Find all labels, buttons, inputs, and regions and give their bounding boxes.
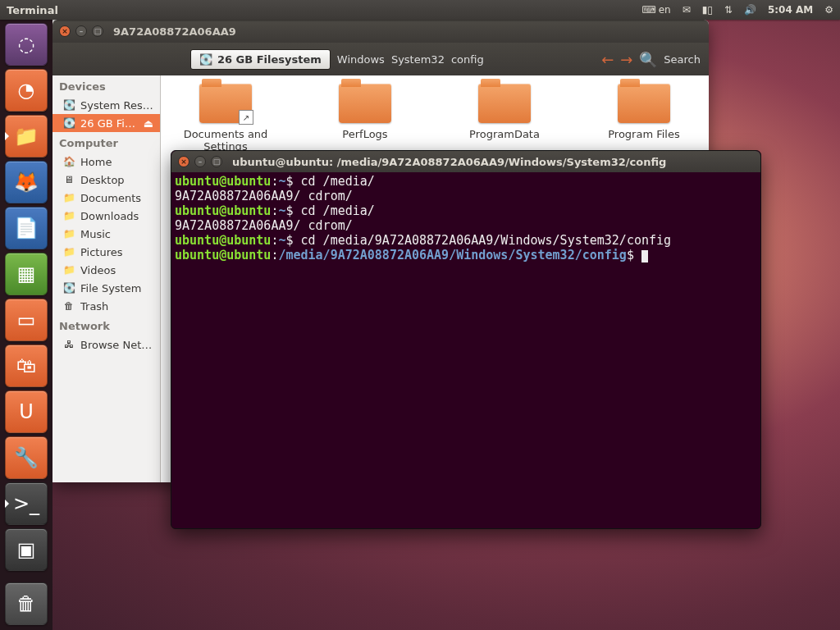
folder-icon <box>199 84 252 123</box>
window-minimize-icon[interactable]: – <box>194 156 206 167</box>
launcher-calc[interactable]: ▦ <box>5 253 48 295</box>
indicator-area: ⌨ en ✉ ▮▯ ⇅ 🔊 5:04 AM ⚙ <box>641 4 840 16</box>
place-icon: 📁 <box>62 191 75 204</box>
launcher-trash[interactable]: 🗑 <box>5 582 48 625</box>
sidebar-item[interactable]: 🖥Desktop <box>52 171 160 189</box>
place-icon: 📁 <box>62 245 75 258</box>
launcher: ◌◔📁🦊📄▦▭🛍U🔧>_▣🗑 <box>0 20 52 630</box>
file-manager-titlebar[interactable]: × – □ 9A72A08872A06AA9 <box>52 20 709 43</box>
folder-icon <box>618 84 670 123</box>
search-icon[interactable]: 🔍 <box>639 51 657 68</box>
sidebar-item[interactable]: 📁Downloads <box>52 207 160 225</box>
sidebar-item[interactable]: 🖧Browse Net… <box>52 336 160 354</box>
session-indicator[interactable]: ⚙ <box>824 4 833 16</box>
place-icon: 🗑 <box>62 299 75 313</box>
sidebar-item-label: 26 GB Fi… <box>80 117 135 130</box>
folder-label: Program Files <box>582 128 705 140</box>
window-close-icon[interactable]: × <box>178 156 189 167</box>
terminal-titlebar[interactable]: × – □ ubuntu@ubuntu: /media/9A72A08872A0… <box>171 151 760 172</box>
window-maximize-icon[interactable]: □ <box>92 25 103 37</box>
window-close-icon[interactable]: × <box>59 25 71 37</box>
sidebar-item[interactable]: 📁Pictures <box>52 243 160 261</box>
folder-label: PerfLogs <box>304 128 427 140</box>
sidebar-item-label: Videos <box>80 264 116 276</box>
sidebar-item[interactable]: 📁Videos <box>52 261 160 279</box>
launcher-writer[interactable]: 📄 <box>5 207 48 249</box>
sidebar-item[interactable]: 📁Documents <box>52 189 160 207</box>
sidebar-item-label: File System <box>80 282 141 294</box>
file-manager-toolbar: 💽 26 GB Filesystem Windows System32 conf… <box>52 43 709 75</box>
launcher-disk-install[interactable]: ◔ <box>5 69 48 112</box>
sidebar-heading: Computer <box>52 132 160 153</box>
place-icon: 📁 <box>62 227 75 240</box>
sidebar-item-label: Downloads <box>80 210 139 222</box>
sidebar-item-label: System Rese… <box>80 99 153 112</box>
launcher-impress[interactable]: ▭ <box>5 299 48 341</box>
focused-app-title: Terminal <box>0 4 641 16</box>
breadcrumb-seg[interactable]: config <box>451 53 484 66</box>
search-label[interactable]: Search <box>664 53 701 66</box>
sidebar-item-label: Documents <box>80 192 141 204</box>
folder-label: Documents and Settings <box>164 128 287 153</box>
sidebar-item[interactable]: 🏠Home <box>52 153 160 171</box>
sidebar-item[interactable]: 📁Music <box>52 225 160 243</box>
sidebar-item-label: Browse Net… <box>80 339 152 351</box>
breadcrumb-seg[interactable]: System32 <box>391 53 445 66</box>
sidebar-heading: Network <box>52 315 160 336</box>
place-icon: 📁 <box>62 209 75 222</box>
sidebar-item[interactable]: 💽System Rese… <box>52 96 160 114</box>
drive-icon: 💽 <box>199 53 212 66</box>
file-manager-title: 9A72A08872A06AA9 <box>113 25 236 38</box>
network-indicator[interactable]: ⇅ <box>724 4 733 16</box>
place-icon: 🏠 <box>62 155 75 168</box>
eject-icon[interactable]: ⏏ <box>144 117 153 130</box>
sidebar-item-label: Music <box>80 228 111 240</box>
window-maximize-icon[interactable]: □ <box>211 156 222 167</box>
launcher-files[interactable]: 📁 <box>5 115 48 158</box>
folder-label: ProgramData <box>443 128 566 140</box>
launcher-firefox[interactable]: 🦊 <box>5 161 48 203</box>
place-icon: 💽 <box>62 281 75 294</box>
launcher-ubuntu-one[interactable]: U <box>5 390 48 433</box>
place-icon: 💽 <box>62 98 75 112</box>
messages-indicator[interactable]: ✉ <box>682 4 691 16</box>
place-icon: 💽 <box>62 116 75 130</box>
terminal-output[interactable]: ubuntu@ubuntu:~$ cd /media/ 9A72A08872A0… <box>171 172 760 528</box>
window-minimize-icon[interactable]: – <box>75 25 87 37</box>
sidebar-item-label: Pictures <box>80 246 122 258</box>
sidebar-heading: Devices <box>52 75 160 96</box>
launcher-workspace[interactable]: ▣ <box>5 528 48 571</box>
keyboard-indicator[interactable]: ⌨ en <box>641 4 670 16</box>
folder-icon <box>339 84 391 123</box>
clock[interactable]: 5:04 AM <box>768 4 813 16</box>
place-icon: 🖧 <box>62 338 75 351</box>
sidebar-item[interactable]: 💽File System <box>52 279 160 297</box>
sidebar-item-label: Desktop <box>80 174 125 186</box>
terminal-window: × – □ ubuntu@ubuntu: /media/9A72A08872A0… <box>171 150 761 529</box>
sidebar-item-label: Trash <box>80 300 108 313</box>
launcher-terminal[interactable]: >_ <box>5 482 48 525</box>
place-icon: 📁 <box>62 263 75 276</box>
battery-indicator[interactable]: ▮▯ <box>702 4 713 16</box>
sound-indicator[interactable]: 🔊 <box>744 4 756 16</box>
launcher-dash[interactable]: ◌ <box>5 23 48 66</box>
nav-back-icon[interactable]: ← <box>601 51 614 68</box>
path-root-button[interactable]: 💽 26 GB Filesystem <box>190 49 331 70</box>
top-panel: Terminal ⌨ en ✉ ▮▯ ⇅ 🔊 5:04 AM ⚙ <box>0 0 840 20</box>
file-manager-sidebar: Devices💽System Rese…💽26 GB Fi…⏏Computer🏠… <box>52 75 161 482</box>
nav-forward-icon[interactable]: → <box>620 51 632 68</box>
sidebar-item-label: Home <box>80 156 112 168</box>
place-icon: 🖥 <box>62 173 75 186</box>
sidebar-item[interactable]: 🗑Trash <box>52 297 160 315</box>
launcher-software[interactable]: 🛍 <box>5 345 48 387</box>
breadcrumb-seg[interactable]: Windows <box>337 53 385 66</box>
folder-icon <box>478 84 531 123</box>
sidebar-item[interactable]: 💽26 GB Fi…⏏ <box>52 114 160 132</box>
launcher-settings[interactable]: 🔧 <box>5 436 48 479</box>
terminal-title: ubuntu@ubuntu: /media/9A72A08872A06AA9/W… <box>232 156 666 168</box>
